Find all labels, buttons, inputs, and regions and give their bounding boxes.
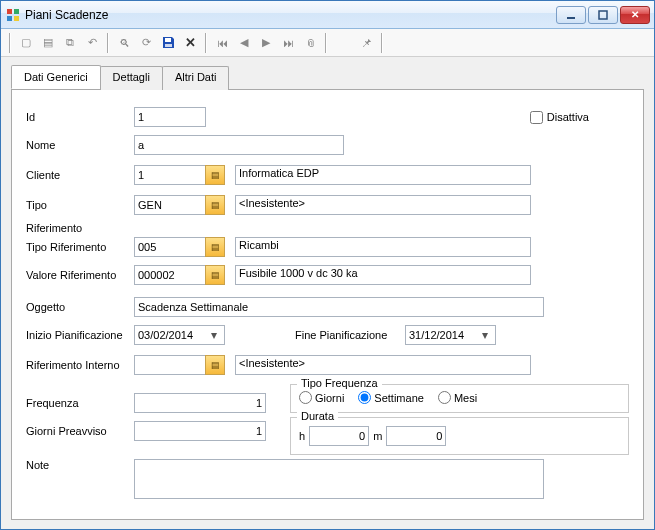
svg-rect-2: [7, 16, 12, 21]
fine-datepicker[interactable]: ▾: [405, 325, 496, 345]
fine-label: Fine Pianificazione: [295, 329, 405, 341]
tab-dati-generici[interactable]: Dati Generici: [11, 65, 101, 89]
app-icon: [5, 7, 21, 23]
cliente-desc: Informatica EDP: [235, 165, 531, 185]
durata-h-label: h: [299, 430, 305, 442]
window-titlebar: Piani Scadenze ✕: [1, 1, 654, 29]
pin-icon[interactable]: 📌︎: [357, 34, 375, 52]
cliente-field[interactable]: [134, 165, 206, 185]
maximize-button[interactable]: [588, 6, 618, 24]
durata-m-label: m: [373, 430, 382, 442]
svg-rect-0: [7, 9, 12, 14]
rif-interno-desc: <Inesistente>: [235, 355, 531, 375]
svg-rect-4: [567, 17, 575, 19]
radio-settimane[interactable]: Settimane: [358, 391, 424, 404]
rif-interno-lookup-button[interactable]: ▤: [205, 355, 225, 375]
radio-giorni[interactable]: Giorni: [299, 391, 344, 404]
tipo-rif-field[interactable]: [134, 237, 206, 257]
calendar-icon[interactable]: ▾: [477, 327, 493, 343]
tipo-field[interactable]: [134, 195, 206, 215]
window-title: Piani Scadenze: [25, 8, 554, 22]
svg-rect-6: [165, 38, 171, 42]
inizio-date-input[interactable]: [138, 329, 206, 341]
durata-title: Durata: [297, 410, 338, 422]
disattiva-checkbox[interactable]: [530, 111, 543, 124]
durata-group: Durata h m: [290, 417, 629, 455]
durata-m-field[interactable]: [386, 426, 446, 446]
tipo-label: Tipo: [26, 199, 134, 211]
attachment-icon[interactable]: 📎︎: [301, 34, 319, 52]
cliente-lookup-button[interactable]: ▤: [205, 165, 225, 185]
nav-first-icon[interactable]: ⏮: [213, 34, 231, 52]
delete-icon[interactable]: ✕: [181, 34, 199, 52]
inizio-datepicker[interactable]: ▾: [134, 325, 225, 345]
tab-altri-dati[interactable]: Altri Dati: [162, 66, 230, 90]
tab-panel-dati-generici: Id Disattiva Nome Cliente ▤ Informatica …: [11, 90, 644, 520]
calendar-icon[interactable]: ▾: [206, 327, 222, 343]
fine-date-input[interactable]: [409, 329, 477, 341]
rif-interno-label: Riferimento Interno: [26, 359, 134, 371]
new-icon[interactable]: ▢: [17, 34, 35, 52]
toolbar: ▢ ▤ ⧉ ↶ 🔍︎ ⟳ ✕ ⏮ ◀ ▶ ⏭ 📎︎ 📌︎: [1, 29, 654, 57]
svg-rect-3: [14, 16, 19, 21]
tab-bar: Dati Generici Dettagli Altri Dati: [11, 65, 644, 90]
id-label: Id: [26, 111, 134, 123]
svg-rect-5: [599, 11, 607, 19]
close-button[interactable]: ✕: [620, 6, 650, 24]
id-field[interactable]: [134, 107, 206, 127]
save-icon[interactable]: [159, 34, 177, 52]
tab-label: Dettagli: [113, 71, 150, 83]
durata-h-field[interactable]: [309, 426, 369, 446]
frequenza-field[interactable]: [134, 393, 266, 413]
valore-rif-field[interactable]: [134, 265, 206, 285]
note-field[interactable]: [134, 459, 544, 499]
valore-rif-desc: Fusibile 1000 v dc 30 ka: [235, 265, 531, 285]
tipo-frequenza-group: Tipo Frequenza Giorni Settimane Mesi: [290, 384, 629, 413]
tipo-rif-desc: Ricambi: [235, 237, 531, 257]
undo-icon[interactable]: ↶: [83, 34, 101, 52]
cliente-label: Cliente: [26, 169, 134, 181]
valore-rif-label: Valore Riferimento: [26, 269, 134, 281]
tab-dettagli[interactable]: Dettagli: [100, 66, 163, 90]
rif-interno-field[interactable]: [134, 355, 206, 375]
nav-next-icon[interactable]: ▶: [257, 34, 275, 52]
nav-prev-icon[interactable]: ◀: [235, 34, 253, 52]
refresh-icon[interactable]: ⟳: [137, 34, 155, 52]
svg-rect-1: [14, 9, 19, 14]
disattiva-label: Disattiva: [547, 111, 589, 123]
riferimento-section-label: Riferimento: [26, 222, 629, 234]
tipo-rif-label: Tipo Riferimento: [26, 241, 134, 253]
oggetto-label: Oggetto: [26, 301, 134, 313]
radio-mesi[interactable]: Mesi: [438, 391, 477, 404]
find-icon[interactable]: 🔍︎: [115, 34, 133, 52]
valore-rif-lookup-button[interactable]: ▤: [205, 265, 225, 285]
svg-rect-7: [165, 44, 172, 47]
oggetto-field[interactable]: [134, 297, 544, 317]
preavviso-label: Giorni Preavviso: [26, 425, 134, 437]
tipo-lookup-button[interactable]: ▤: [205, 195, 225, 215]
nome-field[interactable]: [134, 135, 344, 155]
tab-label: Dati Generici: [24, 71, 88, 83]
tab-label: Altri Dati: [175, 71, 217, 83]
frequenza-label: Frequenza: [26, 397, 134, 409]
minimize-button[interactable]: [556, 6, 586, 24]
tipo-desc: <Inesistente>: [235, 195, 531, 215]
nav-last-icon[interactable]: ⏭: [279, 34, 297, 52]
tipo-rif-lookup-button[interactable]: ▤: [205, 237, 225, 257]
nome-label: Nome: [26, 139, 134, 151]
copy-icon[interactable]: ⧉: [61, 34, 79, 52]
tipo-frequenza-title: Tipo Frequenza: [297, 377, 382, 389]
note-label: Note: [26, 459, 134, 471]
inizio-label: Inizio Pianificazione: [26, 329, 134, 341]
preavviso-field[interactable]: [134, 421, 266, 441]
open-icon[interactable]: ▤: [39, 34, 57, 52]
